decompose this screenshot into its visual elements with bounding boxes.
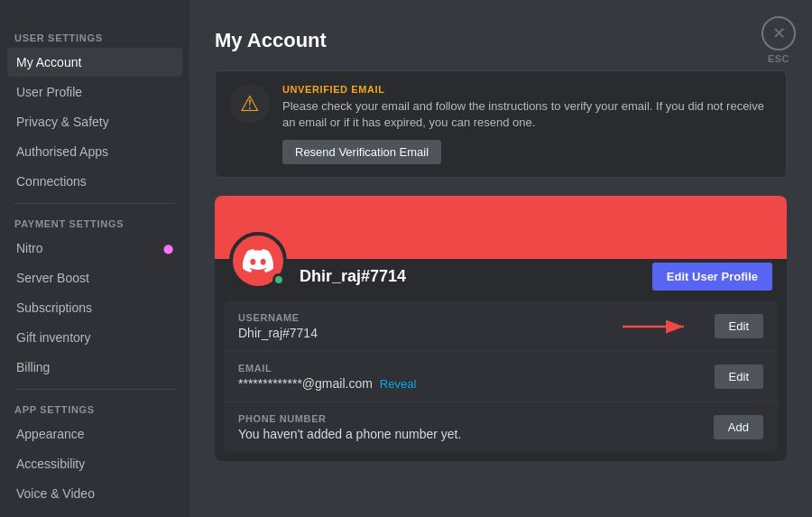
profile-card: Dhir_raj#7714 Edit User Profile USERNAME… bbox=[215, 196, 787, 461]
sidebar-section-label-2: App Settings bbox=[7, 397, 182, 419]
resend-verification-button[interactable]: Resend Verification Email bbox=[282, 140, 441, 164]
reveal-email-link[interactable]: Reveal bbox=[380, 377, 416, 391]
sidebar-item-label: Appearance bbox=[16, 427, 85, 441]
sidebar-item-label: Voice & Video bbox=[16, 486, 95, 501]
sidebar-item-label: Subscriptions bbox=[16, 300, 92, 315]
sidebar-divider-0 bbox=[14, 203, 175, 204]
profile-header: Dhir_raj#7714 Edit User Profile bbox=[215, 230, 787, 301]
esc-button[interactable]: ✕ ESC bbox=[761, 16, 796, 64]
edit-user-profile-button[interactable]: Edit User Profile bbox=[652, 263, 772, 291]
sidebar-item-my-account[interactable]: My Account bbox=[7, 48, 182, 77]
alert-title: UNVERIFIED EMAIL bbox=[282, 84, 771, 95]
info-label-email: EMAIL bbox=[238, 363, 706, 374]
info-section: USERNAMEDhir_raj#7714 EditEMAIL*********… bbox=[224, 301, 778, 452]
red-arrow-icon bbox=[623, 318, 695, 336]
profile-username: Dhir_raj#7714 bbox=[300, 267, 640, 286]
phone-action-button[interactable]: Add bbox=[714, 415, 763, 439]
sidebar-item-text-images[interactable]: Text & Images bbox=[7, 509, 182, 517]
info-label-username: USERNAME bbox=[238, 312, 462, 323]
alert-text: Please check your email and follow the i… bbox=[282, 98, 771, 131]
info-value-text-phone: You haven't added a phone number yet. bbox=[238, 427, 461, 441]
main-content: My Account ⚠ UNVERIFIED EMAIL Please che… bbox=[189, 0, 812, 517]
email-action-button[interactable]: Edit bbox=[715, 365, 763, 389]
esc-circle-icon: ✕ bbox=[761, 16, 796, 51]
sidebar-item-billing[interactable]: Billing bbox=[7, 353, 182, 382]
esc-label: ESC bbox=[768, 53, 789, 64]
sidebar-section-label-0: User Settings bbox=[7, 25, 182, 47]
info-value-phone: You haven't added a phone number yet. bbox=[238, 427, 705, 441]
info-row-username: USERNAMEDhir_raj#7714 Edit bbox=[224, 301, 778, 352]
status-online-dot bbox=[272, 273, 285, 286]
info-content-username: USERNAMEDhir_raj#7714 bbox=[238, 312, 462, 340]
sidebar-item-appearance[interactable]: Appearance bbox=[7, 420, 182, 448]
sidebar-item-authorised-apps[interactable]: Authorised Apps bbox=[7, 137, 182, 166]
alert-icon-wrap: ⚠ bbox=[230, 84, 270, 124]
sidebar-item-privacy-safety[interactable]: Privacy & Safety bbox=[7, 107, 182, 136]
warning-icon: ⚠ bbox=[240, 91, 260, 116]
unverified-email-banner: ⚠ UNVERIFIED EMAIL Please check your ema… bbox=[215, 70, 787, 178]
sidebar-item-label: Gift inventory bbox=[16, 330, 90, 345]
info-value-username: Dhir_raj#7714 bbox=[238, 326, 462, 340]
page-title: My Account bbox=[215, 29, 787, 52]
sidebar-item-server-boost[interactable]: Server Boost bbox=[7, 263, 182, 292]
sidebar-item-label: My Account bbox=[16, 55, 81, 69]
sidebar-item-gift-inventory[interactable]: Gift inventory bbox=[7, 323, 182, 352]
sidebar-item-label: Connections bbox=[16, 174, 87, 189]
sidebar-item-connections[interactable]: Connections bbox=[7, 167, 182, 196]
info-row-email: EMAIL*************@gmail.comRevealEdit bbox=[224, 352, 778, 402]
username-action-button[interactable]: Edit bbox=[715, 314, 763, 338]
sidebar-item-label: Privacy & Safety bbox=[16, 115, 109, 129]
sidebar-item-label: Accessibility bbox=[16, 457, 85, 471]
sidebar-item-label: Server Boost bbox=[16, 271, 89, 285]
info-label-phone: PHONE NUMBER bbox=[238, 413, 705, 424]
info-value-email: *************@gmail.comReveal bbox=[238, 376, 706, 391]
edit-arrow bbox=[471, 318, 695, 336]
info-content-email: EMAIL*************@gmail.comReveal bbox=[238, 363, 706, 391]
nitro-icon: ⬤ bbox=[163, 244, 173, 254]
sidebar-item-subscriptions[interactable]: Subscriptions bbox=[7, 293, 182, 322]
sidebar-item-label: Nitro bbox=[16, 241, 43, 255]
sidebar-item-voice-video[interactable]: Voice & Video bbox=[7, 479, 182, 508]
sidebar-item-label: Authorised Apps bbox=[16, 144, 108, 159]
sidebar-item-nitro[interactable]: Nitro⬤ bbox=[7, 234, 182, 263]
info-value-text-username: Dhir_raj#7714 bbox=[238, 326, 318, 340]
sidebar-item-label: Billing bbox=[16, 360, 50, 374]
sidebar-section-label-1: Payment Settings bbox=[7, 211, 182, 233]
sidebar: User SettingsMy AccountUser ProfilePriva… bbox=[0, 0, 189, 517]
sidebar-item-user-profile[interactable]: User Profile bbox=[7, 78, 182, 106]
info-value-text-email: *************@gmail.com bbox=[238, 376, 373, 391]
alert-content: UNVERIFIED EMAIL Please check your email… bbox=[282, 84, 771, 164]
discord-logo-icon bbox=[243, 245, 273, 276]
sidebar-item-label: User Profile bbox=[16, 85, 82, 99]
avatar-wrap bbox=[229, 232, 287, 290]
info-row-phone: PHONE NUMBERYou haven't added a phone nu… bbox=[224, 402, 778, 452]
sidebar-item-accessibility[interactable]: Accessibility bbox=[7, 449, 182, 478]
info-content-phone: PHONE NUMBERYou haven't added a phone nu… bbox=[238, 413, 705, 441]
sidebar-divider-1 bbox=[14, 389, 175, 390]
